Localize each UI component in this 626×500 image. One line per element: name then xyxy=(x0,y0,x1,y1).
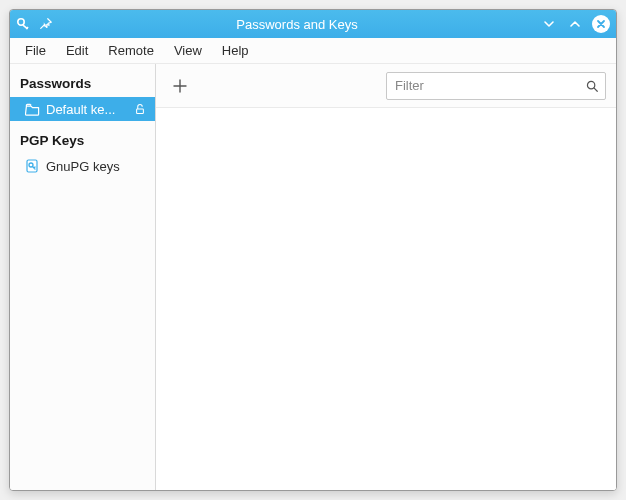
minimize-button[interactable] xyxy=(540,15,558,33)
menu-edit[interactable]: Edit xyxy=(57,40,97,61)
key-icon xyxy=(24,158,40,174)
lock-open-icon xyxy=(133,102,147,116)
folder-icon xyxy=(24,101,40,117)
app-window: Passwords and Keys File Edit Remote View… xyxy=(9,9,617,491)
filter-field xyxy=(386,72,606,100)
menu-view[interactable]: View xyxy=(165,40,211,61)
sidebar-header-pgp: PGP Keys xyxy=(10,127,155,154)
body: Passwords Default ke... PGP Keys xyxy=(10,64,616,490)
menu-file[interactable]: File xyxy=(16,40,55,61)
sidebar-item-gnupg-keys[interactable]: GnuPG keys xyxy=(10,154,155,178)
titlebar-controls xyxy=(540,15,610,33)
titlebar: Passwords and Keys xyxy=(10,10,616,38)
titlebar-left xyxy=(16,16,54,32)
app-icon xyxy=(16,16,32,32)
menu-remote[interactable]: Remote xyxy=(99,40,163,61)
sidebar-item-default-keyring[interactable]: Default ke... xyxy=(10,97,155,121)
svg-rect-3 xyxy=(137,109,144,114)
sidebar-item-label: GnuPG keys xyxy=(46,159,147,174)
menu-help[interactable]: Help xyxy=(213,40,258,61)
content-area xyxy=(156,108,616,490)
add-button[interactable] xyxy=(166,72,194,100)
toolbar xyxy=(156,64,616,108)
sidebar: Passwords Default ke... PGP Keys xyxy=(10,64,156,490)
search-icon xyxy=(584,78,600,94)
maximize-button[interactable] xyxy=(566,15,584,33)
filter-input[interactable] xyxy=(386,72,606,100)
pin-icon[interactable] xyxy=(38,16,54,32)
close-button[interactable] xyxy=(592,15,610,33)
main-pane xyxy=(156,64,616,490)
window-title: Passwords and Keys xyxy=(54,17,540,32)
menubar: File Edit Remote View Help xyxy=(10,38,616,64)
sidebar-header-passwords: Passwords xyxy=(10,70,155,97)
svg-point-0 xyxy=(18,19,24,25)
sidebar-item-label: Default ke... xyxy=(46,102,127,117)
